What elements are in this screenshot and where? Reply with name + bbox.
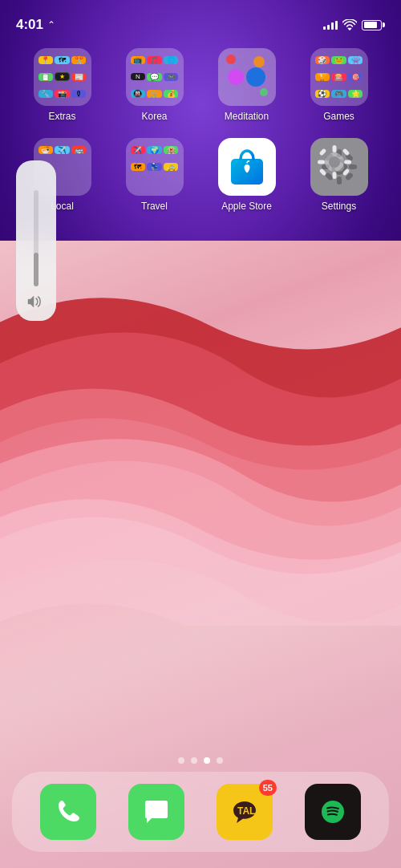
app-row-1: 📍 🗺 ✂️ 📋 ★ 📰 🔧 📸 🎙 Extras 📺 🎵 🌐 N 💬 🎮 (16, 48, 385, 122)
kakaotalk-badge: 55 (259, 780, 277, 796)
games-label: Games (323, 111, 354, 122)
dock: 55 TALK (12, 772, 389, 852)
volume-hud (16, 160, 56, 321)
page-dot-4 (217, 757, 223, 764)
extras-label: Extras (48, 111, 75, 122)
svg-rect-17 (318, 148, 326, 156)
app-extras[interactable]: 📍 🗺 ✂️ 📋 ★ 📰 🔧 📸 🎙 Extras (26, 48, 99, 122)
volume-speaker-icon (27, 294, 45, 313)
messages-icon[interactable] (128, 784, 184, 840)
signal-bar-3 (331, 22, 334, 30)
volume-bar-fill (34, 253, 38, 286)
meditation-icon[interactable] (218, 48, 276, 106)
dock-kakaotalk[interactable]: 55 TALK (217, 784, 273, 840)
status-bar: 4:01 ⌃ (0, 0, 401, 40)
games-icon[interactable]: 🎲 🐸 👾 🏆 🎰 🎯 ⚽ 🎮 🌟 (310, 48, 368, 106)
korea-label: Korea (141, 111, 167, 122)
svg-point-23 (322, 801, 344, 823)
page-dot-2 (191, 757, 197, 764)
app-games[interactable]: 🎲 🐸 👾 🏆 🎰 🎯 ⚽ 🎮 🌟 Games (303, 48, 375, 122)
app-korea[interactable]: 📺 🎵 🌐 N 💬 🎮 🚇 🛒 💰 Korea (119, 48, 191, 122)
svg-rect-20 (342, 148, 350, 156)
battery-icon (362, 20, 385, 30)
status-right (323, 19, 385, 30)
volume-bar-bg (34, 190, 38, 286)
status-time: 4:01 (16, 17, 43, 33)
svg-text:TALK: TALK (237, 805, 261, 817)
app-apple-store[interactable]: Apple Store (211, 138, 283, 212)
svg-point-21 (330, 157, 339, 167)
signal-bar-1 (323, 26, 326, 30)
page-dots (0, 757, 401, 764)
svg-rect-14 (332, 172, 336, 179)
svg-rect-18 (342, 168, 350, 176)
svg-rect-13 (332, 145, 336, 152)
apps-section: 📍 🗺 ✂️ 📋 ★ 📰 🔧 📸 🎙 Extras 📺 🎵 🌐 N 💬 🎮 (0, 48, 401, 228)
settings-label: Settings (322, 201, 356, 212)
app-travel[interactable]: ✈️ 🌍 🏨 🗺 💺 🚕 Travel (119, 138, 191, 212)
spotify-icon[interactable] (305, 784, 361, 840)
travel-label: Travel (141, 201, 168, 212)
meditation-label: Meditation (225, 111, 269, 122)
svg-rect-19 (318, 168, 326, 176)
apple-store-icon[interactable] (218, 138, 276, 196)
location-icon: ⌃ (47, 19, 55, 30)
dock-phone[interactable] (40, 784, 96, 840)
travel-icon[interactable]: ✈️ 🌍 🏨 🗺 💺 🚕 (126, 138, 184, 196)
korea-icon[interactable]: 📺 🎵 🌐 N 💬 🎮 🚇 🛒 💰 (126, 48, 184, 106)
apple-store-label: Apple Store (221, 201, 272, 212)
extras-icon[interactable]: 📍 🗺 ✂️ 📋 ★ 📰 🔧 📸 🎙 (34, 48, 91, 106)
dock-spotify[interactable] (305, 784, 361, 840)
signal-bar-2 (327, 25, 330, 30)
wallpaper-waves (0, 225, 401, 626)
app-meditation[interactable]: Meditation (211, 48, 283, 122)
wifi-icon (342, 19, 357, 30)
svg-rect-15 (318, 160, 325, 164)
page-dot-3 (204, 757, 210, 764)
signal-bars (323, 21, 338, 30)
page-dot-1 (178, 757, 184, 764)
app-settings[interactable]: Settings (303, 138, 375, 212)
app-row-2: 🍜 ✈️ 🚌 Local ✈️ 🌍 🏨 🗺 💺 🚕 (16, 138, 385, 212)
dock-messages[interactable] (128, 784, 184, 840)
settings-icon[interactable] (310, 138, 368, 196)
signal-bar-4 (335, 21, 338, 30)
svg-rect-16 (344, 160, 351, 164)
phone-icon[interactable] (40, 784, 96, 840)
